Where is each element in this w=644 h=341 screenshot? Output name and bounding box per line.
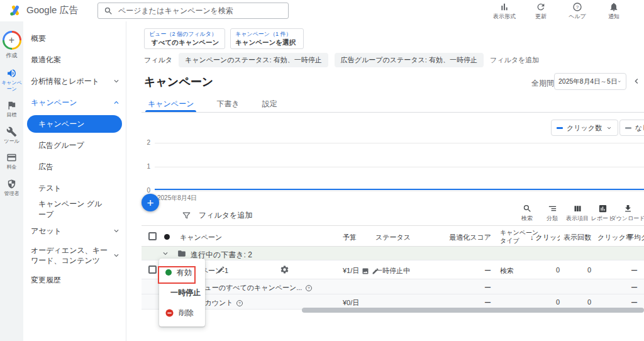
table-search-button[interactable]: 検索 bbox=[514, 204, 540, 223]
status-cell[interactable]: 一時停止中 bbox=[375, 266, 410, 276]
chevron-left-icon bbox=[631, 76, 641, 86]
campaign-icon bbox=[6, 68, 17, 79]
tab-label: キャンペーン bbox=[148, 99, 194, 109]
topbar-actions: 表示形式 更新 ? ヘルプ 通知 bbox=[491, 2, 628, 21]
search-input[interactable] bbox=[118, 6, 282, 15]
new-campaign-fab[interactable]: + bbox=[142, 194, 159, 211]
help-button[interactable]: ? ヘルプ bbox=[564, 2, 591, 21]
sidebar-section-audiences[interactable]: オーディエンス、キーワード、コンテンツ bbox=[23, 242, 126, 269]
help-icon[interactable]: ? bbox=[236, 299, 243, 307]
admin-icon bbox=[6, 179, 17, 189]
display-format-button[interactable]: 表示形式 bbox=[491, 2, 518, 21]
y-axis-tick: 0 bbox=[142, 187, 150, 194]
rail-item-tools[interactable]: ツール bbox=[0, 126, 23, 145]
column-header-impressions[interactable]: 表示回数 bbox=[560, 233, 591, 242]
create-button[interactable]: + bbox=[3, 31, 21, 50]
remove-circle-icon bbox=[165, 309, 174, 317]
sidebar-item-ad-groups[interactable]: 広告グループ bbox=[23, 135, 126, 156]
legend-swatch-secondary bbox=[625, 127, 631, 129]
status-option-remove[interactable]: 削除 bbox=[159, 303, 205, 323]
status-dot-column-icon bbox=[164, 234, 170, 240]
date-range-picker[interactable]: 2025年8月4日～5日 bbox=[554, 73, 626, 90]
metric-selector-secondary[interactable]: なし bbox=[619, 120, 644, 136]
metric-selector-primary[interactable]: クリック数 bbox=[551, 120, 618, 136]
table-segment-button[interactable]: 分類 bbox=[540, 204, 565, 223]
rail-item-label: 管理者 bbox=[1, 191, 23, 197]
row-checkbox[interactable] bbox=[148, 266, 157, 274]
table-columns-button[interactable]: 表示項目 bbox=[565, 204, 590, 223]
tool-label: ダウンロード bbox=[610, 215, 644, 223]
notifications-button[interactable]: 通知 bbox=[600, 2, 628, 21]
tab-settings[interactable]: 設定 bbox=[262, 96, 277, 112]
billing-icon bbox=[6, 152, 17, 163]
rail-item-campaigns[interactable]: キャンペーン bbox=[0, 68, 23, 92]
sidebar-item-change-history[interactable]: 変更履歴 bbox=[23, 269, 126, 291]
column-header-campaign[interactable]: キャンペーン bbox=[180, 233, 222, 242]
tab-drafts[interactable]: 下書き bbox=[216, 96, 239, 112]
column-header-clicks[interactable]: ↓ クリック数 bbox=[530, 233, 560, 242]
view-selector-caption: ビュー（2 個のフィルタ） bbox=[149, 30, 220, 38]
collapse-panel-button[interactable] bbox=[631, 76, 641, 88]
filter-chip-campaign-status[interactable]: キャンペーンのステータス: 有効、一時停止 bbox=[179, 53, 328, 67]
funnel-icon bbox=[182, 211, 191, 220]
clicks-series-line bbox=[155, 189, 644, 190]
sidebar-item-label: キャンペーン グループ bbox=[38, 199, 109, 220]
filter-chip-adgroup-status[interactable]: 広告グループのステータス: 有効、一時停止 bbox=[335, 53, 484, 67]
rail-item-admin[interactable]: 管理者 bbox=[0, 179, 23, 197]
table-add-filter-button[interactable]: フィルタを追加 bbox=[182, 210, 252, 221]
column-header-opt-score[interactable]: 最適化スコア bbox=[442, 233, 491, 242]
type-cell: 検索 bbox=[500, 266, 514, 276]
sidebar-item-label: 広告グループ bbox=[38, 140, 84, 151]
settings-gear-icon[interactable] bbox=[280, 265, 289, 274]
sidebar-section-assets[interactable]: アセット bbox=[23, 220, 126, 242]
rail-item-billing[interactable]: 料金 bbox=[0, 152, 23, 170]
drafts-group-row[interactable]: 進行中の下書き: 2 bbox=[142, 247, 644, 260]
sidebar-item-overview[interactable]: 概要 bbox=[23, 28, 126, 49]
status-option-paused[interactable]: 一時停止 bbox=[159, 282, 205, 303]
sidebar-item-recommendations[interactable]: 最適化案 bbox=[23, 49, 126, 70]
tab-label: 設定 bbox=[262, 99, 277, 109]
horizontal-scrollbar[interactable] bbox=[302, 308, 644, 313]
help-icon[interactable]: ? bbox=[305, 284, 313, 292]
refresh-button[interactable]: 更新 bbox=[527, 2, 555, 21]
sidebar-item-label: テスト bbox=[38, 183, 62, 194]
sidebar-item-label: 広告 bbox=[38, 162, 53, 172]
global-search[interactable] bbox=[97, 3, 289, 19]
edit-icon[interactable] bbox=[217, 266, 225, 274]
sidebar-item-experiments[interactable]: テスト bbox=[23, 177, 126, 199]
budget-cell: ¥0/日 bbox=[343, 298, 359, 308]
search-icon bbox=[104, 6, 113, 16]
sidebar-section-campaigns[interactable]: キャンペーン bbox=[23, 92, 126, 113]
x-axis-tick: 2025年8月4日 bbox=[157, 194, 197, 203]
budget-value: ¥1/日 bbox=[343, 266, 359, 276]
view-selector[interactable]: ビュー（2 個のフィルタ） すべてのキャンペーン bbox=[144, 28, 225, 49]
date-range-value: 2025年8月4日～5日 bbox=[558, 77, 617, 86]
sidebar-item-campaign-groups[interactable]: キャンペーン グループ bbox=[23, 199, 126, 220]
impressions-cell: 0 bbox=[560, 298, 591, 306]
search-icon bbox=[523, 204, 532, 213]
rail-item-goals[interactable]: 目標 bbox=[0, 100, 23, 118]
select-all-checkbox[interactable] bbox=[148, 232, 157, 240]
metric-primary-value: クリック数 bbox=[567, 123, 602, 133]
sidebar-section-insights[interactable]: 分析情報とレポート bbox=[23, 70, 126, 92]
chevron-down-icon bbox=[112, 77, 121, 86]
table-add-filter-label: フィルタを追加 bbox=[199, 210, 252, 221]
budget-cell[interactable]: ¥1/日 bbox=[343, 266, 379, 276]
sidebar-item-campaigns[interactable]: キャンペーン bbox=[27, 115, 122, 133]
filter-bar-label: フィルタ bbox=[144, 55, 172, 65]
column-header-avg-cpc[interactable]: 平均クリック単価 bbox=[627, 233, 644, 242]
column-header-status[interactable]: ステータス bbox=[375, 233, 411, 242]
table-download-button[interactable]: ダウンロード bbox=[615, 204, 640, 223]
opt-score-cell: ー bbox=[442, 298, 491, 308]
chevron-down-icon[interactable] bbox=[161, 249, 170, 258]
notifications-icon bbox=[609, 2, 619, 12]
gridline bbox=[155, 191, 644, 191]
columns-icon bbox=[573, 204, 582, 213]
page-title: キャンペーン bbox=[144, 74, 213, 89]
campaign-picker[interactable]: キャンペーン（1 件） キャンペーンを選択 bbox=[230, 28, 304, 49]
add-filter-link[interactable]: フィルタを追加 bbox=[490, 55, 539, 65]
sidebar-item-ads[interactable]: 広告 bbox=[23, 156, 126, 177]
column-header-budget[interactable]: 予算 bbox=[343, 233, 357, 242]
tab-campaigns[interactable]: キャンペーン bbox=[148, 96, 194, 112]
campaign-row[interactable]: キャンペーン-1 ¥1/日 一時停止中 ー 検索 0 0 ー bbox=[142, 260, 644, 279]
